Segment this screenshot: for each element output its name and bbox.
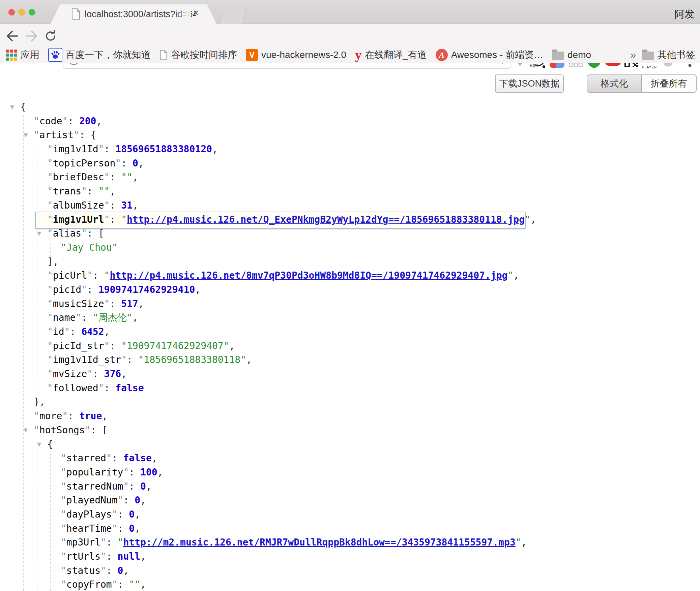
collapse-toggle-icon[interactable]: ▼ — [37, 437, 41, 452]
back-button[interactable] — [5, 29, 20, 43]
collapse-all-button[interactable]: 折叠所有 — [642, 75, 696, 92]
json-line: ▼"artist": { — [0, 128, 700, 142]
json-key-quote: " — [76, 312, 81, 323]
json-bracket: [ — [98, 228, 104, 239]
json-key-quote: " — [123, 467, 129, 478]
minimize-window-button[interactable] — [19, 9, 25, 15]
bookmark-baidu[interactable]: 百度一下，你就知道 — [48, 48, 151, 62]
json-key-quote: " — [47, 228, 53, 239]
json-key-quote: " — [47, 312, 53, 323]
json-key-quote: " — [106, 453, 112, 464]
browser-tab[interactable]: localhost:3000/artists?id=645 — [51, 4, 216, 24]
json-key-quote: " — [47, 326, 53, 337]
json-tree: ▼{"code": 200,▼"artist": {"img1v1Id": 18… — [0, 100, 700, 591]
json-line: "musicSize": 517, — [0, 297, 700, 311]
bookmarks-overflow-chevron[interactable]: » — [630, 49, 636, 61]
json-line: "status": 0, — [0, 564, 700, 578]
json-key: picUrl — [53, 270, 87, 281]
json-key-quote: " — [47, 284, 53, 295]
bookmark-youdao[interactable]: y 在线翻译_有道 — [355, 49, 427, 61]
json-link[interactable]: http://p4.music.126.net/Q_ExePNkmgB2yWyL… — [127, 214, 525, 225]
collapse-toggle-icon[interactable]: ▼ — [24, 423, 28, 437]
close-tab-button[interactable]: × — [193, 6, 199, 20]
json-key-quote: " — [47, 200, 53, 211]
page-icon — [71, 8, 81, 20]
apps-label: 应用 — [21, 49, 39, 61]
json-string: "19097417462929407" — [121, 340, 229, 351]
json-key: artist — [39, 129, 74, 141]
json-line: "img1v1Url": "http://p4.music.126.net/Q_… — [0, 213, 700, 227]
json-key: hotSongs — [39, 425, 85, 436]
json-line: "code": 200, — [0, 114, 700, 128]
new-tab-button[interactable] — [220, 6, 247, 24]
json-value: false — [123, 453, 151, 464]
json-line: "trans": "", — [0, 184, 700, 198]
profile-name[interactable]: 阿发 — [674, 7, 695, 21]
json-key-quote: " — [47, 382, 53, 394]
json-key-quote: " — [104, 172, 110, 183]
collapse-toggle-icon[interactable]: ▼ — [10, 100, 14, 114]
json-key-quote: " — [121, 354, 127, 365]
bookmark-folder-demo[interactable]: demo — [552, 50, 591, 60]
json-line: "mvSize": 376, — [0, 367, 700, 381]
apps-grid-icon — [6, 50, 17, 61]
json-key-quote: " — [62, 410, 68, 422]
json-key-quote: " — [104, 340, 110, 351]
json-key: img1v1Id_str — [53, 354, 121, 365]
download-json-button[interactable]: 下载JSON数据 — [495, 74, 564, 93]
json-key: albumSize — [53, 200, 104, 211]
collapse-toggle-icon[interactable]: ▼ — [24, 128, 28, 142]
json-key: more — [39, 410, 62, 422]
json-key-quote: " — [47, 270, 53, 281]
json-line: "img1v1Id_str": "18569651883380118", — [0, 353, 700, 367]
indent-guide — [37, 143, 37, 399]
json-value: 517 — [121, 298, 138, 309]
indent-guide — [23, 115, 24, 591]
folder-icon — [552, 52, 564, 60]
bookmark-google-sort[interactable]: 谷歌按时间排序 — [159, 49, 237, 61]
json-key-quote: " — [61, 523, 66, 534]
json-key-quote: " — [61, 579, 66, 590]
json-key-quote: " — [34, 116, 39, 127]
close-window-button[interactable] — [8, 9, 15, 15]
json-line: "briefDesc": "", — [0, 170, 700, 184]
json-link[interactable]: http://m2.music.126.net/RMJR7wDullRqppBk… — [123, 537, 515, 548]
reload-button[interactable] — [43, 29, 58, 43]
bookmark-label: 在线翻译_有道 — [365, 49, 427, 61]
json-value: 19097417462929410 — [98, 284, 195, 295]
json-key-quote: " — [85, 425, 91, 436]
json-key-quote: " — [61, 551, 66, 562]
json-key-quote: " — [34, 129, 39, 141]
apps-shortcut[interactable]: 应用 — [6, 49, 39, 61]
json-key-quote: " — [61, 453, 66, 464]
json-bracket: { — [20, 101, 26, 113]
json-link[interactable]: http://p4.music.126.net/8mv7qP30Pd3oHW8b… — [110, 270, 507, 281]
json-key-quote: " — [34, 410, 39, 422]
json-line: "albumSize": 31, — [0, 198, 700, 213]
json-bracket: { — [91, 129, 96, 141]
json-key-quote: " — [87, 368, 93, 379]
json-key: popularity — [66, 467, 123, 478]
json-key: followed — [53, 382, 98, 394]
bookmark-awesomes[interactable]: A Awesomes - 前端资… — [436, 49, 543, 61]
json-key-quote: " — [98, 144, 104, 155]
json-string: "18569651883380118" — [138, 354, 246, 365]
bookmark-label: Awesomes - 前端资… — [451, 49, 543, 61]
youdao-icon: y — [355, 49, 361, 61]
json-string: "Jay Chou" — [61, 242, 118, 253]
json-line: "mp3Url": "http://m2.music.126.net/RMJR7… — [0, 535, 700, 550]
bookmark-vue-hackernews[interactable]: V vue-hackernews-2.0 — [246, 49, 346, 61]
json-key-quote: " — [104, 214, 110, 225]
fullscreen-window-button[interactable] — [29, 9, 35, 15]
json-value: 31 — [121, 200, 133, 211]
forward-button[interactable] — [24, 29, 39, 43]
json-line: "more": true, — [0, 409, 700, 423]
json-line: "dayPlays": 0, — [0, 507, 700, 522]
json-key: topicPerson — [53, 158, 115, 169]
collapse-toggle-icon[interactable]: ▼ — [37, 226, 41, 241]
json-line: "name": "周杰伦", — [0, 311, 700, 325]
other-bookmarks-label: 其他书签 — [658, 49, 695, 61]
format-button[interactable]: 格式化 — [587, 75, 642, 92]
json-key: hearTime — [66, 523, 112, 534]
other-bookmarks[interactable]: 其他书签 — [642, 49, 695, 61]
